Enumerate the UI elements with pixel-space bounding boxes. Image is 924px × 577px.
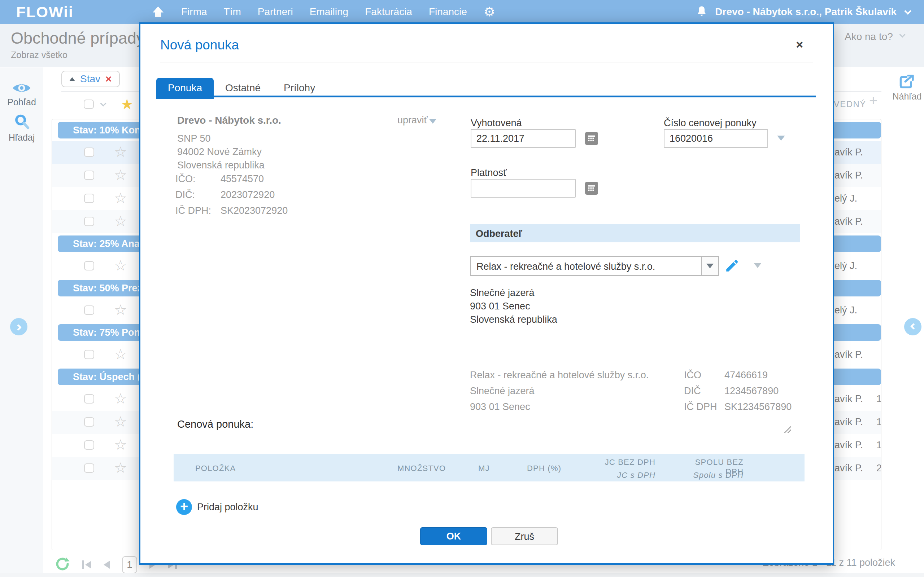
star-icon[interactable]: ☆ <box>114 168 127 182</box>
rail-pohlad[interactable]: Pohľad <box>0 82 43 108</box>
row-amount: 1 <box>876 416 881 428</box>
id-value: 47466619 <box>724 370 768 380</box>
edit-supplier-link[interactable]: upraviť <box>397 115 428 126</box>
cancel-button[interactable]: Zruš <box>491 527 558 545</box>
nav-item-tim[interactable]: Tím <box>224 6 241 18</box>
rail-hladaj[interactable]: Hľadaj <box>0 114 43 143</box>
nav-item-firma[interactable]: Firma <box>181 6 207 18</box>
divider <box>747 257 747 275</box>
nav-item-financie[interactable]: Financie <box>429 6 467 18</box>
star-icon[interactable]: ☆ <box>114 214 127 228</box>
calendar-icon[interactable] <box>585 132 598 145</box>
row-checkbox[interactable] <box>84 417 94 427</box>
cislo-ponuky-input[interactable] <box>664 129 768 148</box>
chevron-down-icon[interactable] <box>777 135 785 141</box>
summary-name: Relax - rekreačné a hotelové služby s.r.… <box>470 367 649 383</box>
chevron-left-icon <box>910 323 916 329</box>
summary-address-line: 903 01 Senec <box>470 399 649 415</box>
star-icon[interactable]: ☆ <box>114 191 127 205</box>
row-checkbox[interactable] <box>84 193 94 203</box>
nav-item-fakturacia[interactable]: Fakturácia <box>365 6 412 18</box>
vyhotovena-input[interactable] <box>471 129 576 148</box>
external-link-icon <box>900 75 914 89</box>
resize-grip-icon[interactable] <box>783 425 792 435</box>
row-amount: 1 <box>876 440 881 451</box>
refresh-icon[interactable] <box>55 556 70 573</box>
star-filter-icon[interactable]: ★ <box>121 97 134 111</box>
chevron-down-icon[interactable] <box>900 31 906 37</box>
ok-button[interactable]: OK <box>420 527 487 545</box>
nahlad-control[interactable]: Náhľad <box>890 75 924 102</box>
star-icon[interactable]: ☆ <box>114 414 127 429</box>
left-panel-expander[interactable] <box>10 318 27 335</box>
row-responsible: elý J. <box>835 305 857 316</box>
row-checkbox[interactable] <box>84 148 94 157</box>
edit-customer-pencil-icon[interactable] <box>724 258 740 273</box>
settings-gear-icon[interactable]: ⚙ <box>484 5 495 18</box>
nahlad-label: Náhľad <box>890 91 924 102</box>
star-icon[interactable]: ☆ <box>114 437 127 452</box>
chevron-down-icon[interactable] <box>100 100 107 106</box>
filter-chip-stav[interactable]: Stav × <box>61 71 120 87</box>
rail-hladaj-label: Hľadaj <box>0 132 43 143</box>
row-checkbox[interactable] <box>84 394 94 403</box>
page-subtitle[interactable]: Zobraz všetko <box>11 50 68 60</box>
odberatel-header-label: Odberateľ <box>476 228 522 239</box>
add-column-icon[interactable]: + <box>869 93 877 109</box>
row-checkbox[interactable] <box>84 463 94 473</box>
page-title: Obchodné prípady <box>11 29 144 48</box>
row-checkbox[interactable] <box>84 217 94 226</box>
help-label[interactable]: Ako na to? <box>845 31 893 43</box>
vyhotovena-label: Vyhotovená <box>471 118 522 129</box>
odberatel-section-header: Odberateľ <box>470 224 800 242</box>
remove-filter-icon[interactable]: × <box>105 74 112 84</box>
address-line: Slnečné jazerá <box>470 286 557 300</box>
combobox-dropdown-button[interactable] <box>701 257 718 275</box>
row-checkbox[interactable] <box>84 350 94 359</box>
row-responsible: avík P. <box>835 147 863 158</box>
star-icon[interactable]: ☆ <box>114 303 127 317</box>
chevron-down-icon[interactable] <box>429 119 436 124</box>
star-icon[interactable]: ☆ <box>114 145 127 159</box>
eye-icon <box>12 82 31 94</box>
platnost-input[interactable] <box>471 179 576 198</box>
address-line: 903 01 Senec <box>470 300 557 313</box>
bell-icon[interactable] <box>696 5 707 18</box>
page-number-box[interactable]: 1 <box>122 556 137 574</box>
first-page-button[interactable] <box>82 561 91 569</box>
row-checkbox[interactable] <box>84 440 94 450</box>
row-responsible: avík P. <box>835 463 863 474</box>
add-item-label: Pridaj položku <box>197 501 258 513</box>
prev-page-button[interactable] <box>103 561 110 569</box>
user-menu[interactable]: Drevo - Nábytok s.r.o., Patrik Škulavík <box>696 0 909 24</box>
col-mj: MJ <box>478 464 490 473</box>
star-icon[interactable]: ☆ <box>114 258 127 272</box>
row-responsible: avík P. <box>835 216 863 227</box>
col-mnozstvo: MNOŽSTVO <box>397 464 446 473</box>
new-offer-modal: Nová ponuka × Ponuka Ostatné Prílohy Dre… <box>139 23 834 565</box>
chevron-down-icon[interactable] <box>754 263 761 268</box>
nav-item-partneri[interactable]: Partneri <box>258 6 293 18</box>
row-checkbox[interactable] <box>84 305 94 315</box>
customer-combobox[interactable]: Relax - rekreačné a hotelové služby s.r.… <box>470 256 719 276</box>
calendar-icon[interactable] <box>585 182 598 195</box>
modal-title: Nová ponuka <box>160 37 239 53</box>
close-icon[interactable]: × <box>796 38 803 50</box>
col-jc-bez-dph: JC BEZ DPH <box>603 458 656 467</box>
select-all-checkbox[interactable] <box>84 100 94 109</box>
row-checkbox[interactable] <box>84 261 94 271</box>
id-value: 1234567890 <box>724 385 779 396</box>
home-icon[interactable] <box>152 6 165 18</box>
right-panel-expander[interactable] <box>904 318 921 335</box>
star-icon[interactable]: ☆ <box>114 391 127 406</box>
star-icon[interactable]: ☆ <box>114 347 127 361</box>
add-item-button[interactable]: + Pridaj položku <box>176 499 258 515</box>
items-table-header: POLOŽKA MNOŽSTVO MJ DPH (%) JC BEZ DPH J… <box>174 454 804 482</box>
flowii-logo[interactable]: FLOWii <box>16 3 74 21</box>
screen: FLOWii Firma Tím Partneri Emailing Faktu… <box>0 0 924 577</box>
platnost-label: Platnosť <box>471 167 507 179</box>
nav-item-emailing[interactable]: Emailing <box>310 6 348 18</box>
row-checkbox[interactable] <box>84 171 94 180</box>
id-value: SK1234567890 <box>724 401 792 412</box>
star-icon[interactable]: ☆ <box>114 461 127 475</box>
